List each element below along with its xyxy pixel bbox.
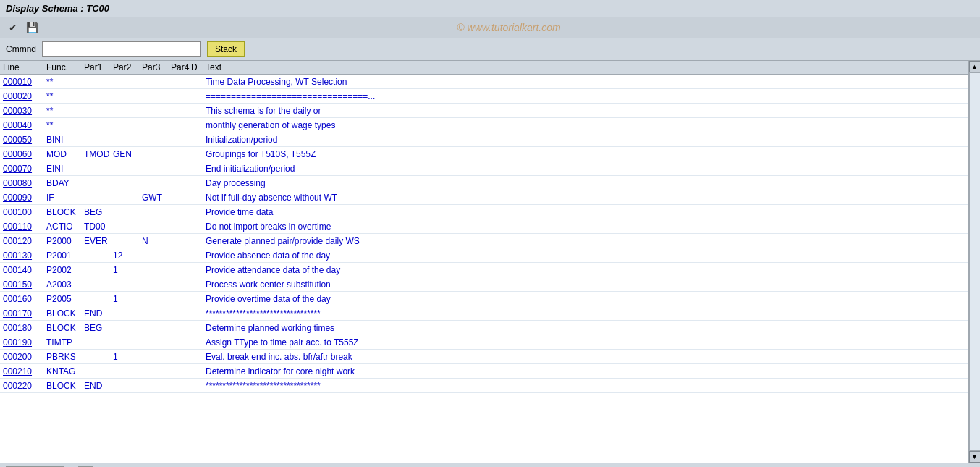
row-text: Generate planned pair/provide daily WS — [206, 236, 966, 246]
row-func: P2002 — [46, 265, 84, 275]
row-func: ** — [46, 120, 84, 130]
stack-button[interactable]: Stack — [207, 41, 245, 57]
scroll-down-arrow[interactable]: ▼ — [969, 451, 981, 463]
row-line[interactable]: 000020 — [3, 91, 46, 101]
table-row[interactable]: 000190 TIMTP Assign TType to time pair a… — [0, 335, 968, 350]
scroll-track[interactable] — [969, 72, 981, 451]
row-line[interactable]: 000090 — [3, 193, 46, 203]
row-par2: 1 — [113, 294, 142, 304]
table-row[interactable]: 000130 P2001 12 Provide absence data of … — [0, 248, 968, 263]
command-input[interactable] — [42, 41, 201, 57]
row-line[interactable]: 000040 — [3, 120, 46, 130]
row-line[interactable]: 000170 — [3, 308, 46, 319]
row-text: Not if full-day absence without WT — [206, 193, 966, 203]
row-text: Time Data Processing, WT Selection — [206, 77, 966, 87]
row-line[interactable]: 000080 — [3, 178, 46, 188]
table-row[interactable]: 000040 ** monthly generation of wage typ… — [0, 118, 968, 132]
row-line[interactable]: 000050 — [3, 135, 46, 145]
row-line[interactable]: 000110 — [3, 222, 46, 232]
row-par3: N — [142, 236, 171, 246]
col-header-par2: Par2 — [113, 62, 142, 72]
toolbar: ✔ 💾 © www.tutorialkart.com — [0, 17, 980, 38]
column-headers: Line Func. Par1 Par2 Par3 Par4 D Text — [0, 61, 968, 75]
row-line[interactable]: 000120 — [3, 236, 46, 246]
row-func: TIMTP — [46, 337, 84, 348]
row-text: Provide absence data of the day — [206, 251, 966, 261]
table-row[interactable]: 000180 BLOCK BEG Determine planned worki… — [0, 321, 968, 335]
row-func: P2000 — [46, 236, 84, 246]
vertical-scrollbar[interactable]: ▲ ▼ — [968, 61, 980, 463]
table-body: 000010 ** Time Data Processing, WT Selec… — [0, 75, 968, 393]
row-func: KNTAG — [46, 366, 84, 376]
col-header-par1: Par1 — [84, 62, 113, 72]
table-row[interactable]: 000220 BLOCK END ***********************… — [0, 379, 968, 393]
watermark: © www.tutorialkart.com — [43, 22, 974, 33]
row-text: Eval. break end inc. abs. bfr/aftr break — [206, 352, 966, 362]
row-func: P2001 — [46, 251, 84, 261]
table-row[interactable]: 000210 KNTAG Determine indicator for cor… — [0, 364, 968, 379]
table-row[interactable]: 000010 ** Time Data Processing, WT Selec… — [0, 75, 968, 89]
table-row[interactable]: 000120 P2000 EVER N Generate planned pai… — [0, 234, 968, 248]
table-row[interactable]: 000050 BINI Initialization/period — [0, 132, 968, 147]
table-row[interactable]: 000070 EINI End initialization/period — [0, 161, 968, 176]
row-par1: BEG — [84, 207, 113, 217]
row-line[interactable]: 000190 — [3, 337, 46, 348]
row-line[interactable]: 000130 — [3, 251, 46, 261]
row-par2: 1 — [113, 265, 142, 275]
table-row[interactable]: 000160 P2005 1 Provide overtime data of … — [0, 292, 968, 306]
check-icon[interactable]: ✔ — [6, 20, 20, 35]
table-row[interactable]: 000140 P2002 1 Provide attendance data o… — [0, 263, 968, 277]
row-line[interactable]: 000070 — [3, 164, 46, 174]
row-func: ACTIO — [46, 222, 84, 232]
row-line[interactable]: 000220 — [3, 381, 46, 391]
table-row[interactable]: 000080 BDAY Day processing — [0, 176, 968, 190]
row-text: Initialization/period — [206, 135, 966, 145]
row-func: BINI — [46, 135, 84, 145]
row-par1: TMOD — [84, 149, 113, 159]
row-line[interactable]: 000060 — [3, 149, 46, 159]
row-line[interactable]: 000100 — [3, 207, 46, 217]
row-text: Process work center substitution — [206, 279, 966, 290]
row-func: BLOCK — [46, 308, 84, 319]
row-text: Day processing — [206, 178, 966, 188]
row-par2: 12 — [113, 251, 142, 261]
row-text: End initialization/period — [206, 164, 966, 174]
row-par2: GEN — [113, 149, 142, 159]
row-text: This schema is for the daily or — [206, 106, 966, 116]
row-par1: EVER — [84, 236, 113, 246]
table-row[interactable]: 000090 IF GWT Not if full-day absence wi… — [0, 190, 968, 205]
table-row[interactable]: 000060 MOD TMOD GEN Groupings for T510S,… — [0, 147, 968, 161]
row-par3: GWT — [142, 193, 171, 203]
row-line[interactable]: 000010 — [3, 77, 46, 87]
row-text: Determine indicator for core night work — [206, 366, 966, 376]
scroll-up-arrow[interactable]: ▲ — [969, 61, 981, 72]
title-bar: Display Schema : TC00 — [0, 0, 980, 17]
row-line[interactable]: 000200 — [3, 352, 46, 362]
save-icon[interactable]: 💾 — [25, 20, 39, 35]
table-row[interactable]: 000100 BLOCK BEG Provide time data — [0, 205, 968, 219]
row-text: ********************************** — [206, 381, 966, 391]
row-par1: END — [84, 308, 113, 319]
table-row[interactable]: 000030 ** This schema is for the daily o… — [0, 104, 968, 118]
row-func: BLOCK — [46, 381, 84, 391]
row-line[interactable]: 000140 — [3, 265, 46, 275]
command-label: Cmmnd — [6, 44, 36, 54]
row-func: MOD — [46, 149, 84, 159]
row-line[interactable]: 000180 — [3, 323, 46, 333]
row-text: Do not import breaks in overtime — [206, 222, 966, 232]
row-func: A2003 — [46, 279, 84, 290]
row-func: IF — [46, 193, 84, 203]
table-row[interactable]: 000020 ** ==============================… — [0, 89, 968, 104]
row-func: BLOCK — [46, 323, 84, 333]
table-row[interactable]: 000200 PBRKS 1 Eval. break end inc. abs.… — [0, 350, 968, 364]
title-text: Display Schema : TC00 — [6, 3, 109, 14]
table-row[interactable]: 000170 BLOCK END ***********************… — [0, 306, 968, 321]
table-row[interactable]: 000110 ACTIO TD00 Do not import breaks i… — [0, 219, 968, 234]
row-line[interactable]: 000210 — [3, 366, 46, 376]
table-row[interactable]: 000150 A2003 Process work center substit… — [0, 277, 968, 292]
status-bar — [0, 463, 980, 467]
row-line[interactable]: 000030 — [3, 106, 46, 116]
row-line[interactable]: 000160 — [3, 294, 46, 304]
row-line[interactable]: 000150 — [3, 279, 46, 290]
row-func: ** — [46, 77, 84, 87]
